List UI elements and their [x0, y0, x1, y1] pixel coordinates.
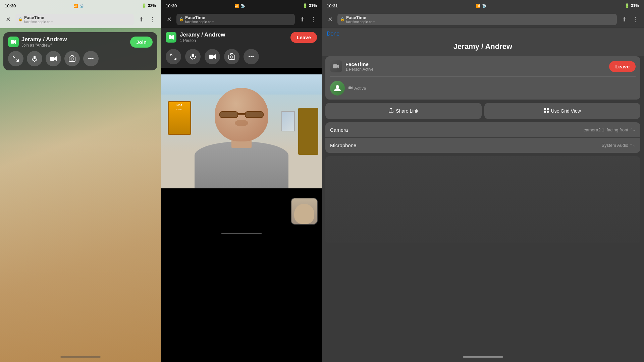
join-button[interactable]: Join — [130, 37, 153, 48]
arrows-btn-2[interactable] — [166, 49, 181, 64]
pip-video — [291, 198, 318, 225]
svg-marker-16 — [213, 54, 216, 59]
lock-icon-3: 🔒 — [340, 17, 345, 21]
leave-button-2[interactable]: Leave — [290, 32, 317, 43]
facetime-icon-2 — [166, 32, 176, 43]
battery-pct-2: 31% — [309, 3, 317, 8]
share-link-button[interactable]: Share Link — [325, 103, 482, 119]
svg-marker-2 — [14, 40, 16, 44]
person-status: Active — [348, 86, 366, 91]
more-btn-2[interactable]: ⋮ — [309, 15, 318, 24]
microphone-chevron: ⌃⌄ — [630, 143, 636, 147]
status-icons-2: 📶 📡 — [234, 4, 245, 8]
share-btn-1[interactable]: ⬆ — [137, 15, 146, 24]
phone-screen-1: 10:30 📶 📡 🔋 32% ✕ 🔒 FaceTime facetime.ap… — [0, 0, 161, 362]
battery-icon-1: 🔋 — [142, 3, 147, 8]
done-bar: Done — [322, 28, 644, 40]
browser-close-2[interactable]: ✕ — [164, 15, 174, 24]
share-btn-2[interactable]: ⬆ — [298, 15, 307, 24]
done-button[interactable]: Done — [327, 31, 339, 37]
battery-1: 🔋 32% — [142, 3, 156, 8]
lock-icon-2: 🔒 — [179, 17, 184, 21]
facetime-bar-2: Jeramy / Andrew 1 Person Leave — [161, 28, 322, 46]
call-name-1: Jeramy / Andrew — [21, 36, 67, 43]
grid-view-button[interactable]: Use Grid View — [484, 103, 641, 119]
url-bar-2[interactable]: 🔒 FaceTime facetime.apple.com — [176, 14, 295, 25]
share-btn-3[interactable]: ⬆ — [620, 15, 629, 24]
controls-row-1: ••• — [8, 51, 153, 66]
more-btn-1[interactable]: ⋮ — [148, 15, 157, 24]
time-3: 10:31 — [327, 3, 338, 8]
mic-btn-1[interactable] — [27, 51, 42, 66]
svg-rect-6 — [50, 57, 54, 61]
svg-rect-27 — [547, 111, 549, 113]
svg-marker-10 — [169, 35, 171, 39]
url-domain-1: FaceTime — [24, 15, 53, 20]
more-options-btn-1[interactable]: ••• — [83, 51, 99, 66]
browser-close-3[interactable]: ✕ — [325, 15, 335, 24]
wifi-icon-3: 📶 — [476, 4, 481, 8]
signal-icon-2: 📡 — [240, 4, 245, 8]
active-status-text: Active — [354, 86, 366, 91]
svg-rect-26 — [544, 111, 546, 113]
camera-chevron: ⌃⌄ — [630, 128, 636, 132]
url-sub-2: facetime.apple.com — [185, 20, 214, 24]
home-indicator-2 — [161, 229, 322, 239]
signal-icon-1: 📡 — [79, 4, 84, 8]
phone-screen-2: 10:30 📶 📡 🔋 31% ✕ 🔒 FaceTime facetime.ap… — [161, 0, 322, 362]
controls-2: ••• — [161, 46, 322, 68]
camera-flip-btn-2[interactable] — [224, 49, 239, 64]
video-status-icon — [348, 86, 353, 90]
page-title-3: Jeramy / Andrew — [322, 40, 644, 56]
blurred-bg-area — [325, 156, 640, 243]
grid-view-label: Use Grid View — [551, 108, 581, 114]
main-video-area: NBA GAME — [161, 74, 322, 188]
video-btn-1[interactable] — [46, 51, 61, 66]
url-bar-1[interactable]: 🔒 FaceTime facetime.apple.com — [15, 14, 134, 25]
time-2: 10:30 — [166, 3, 177, 8]
camera-value-row: camera2 1, facing front ⌃⌄ — [584, 127, 636, 132]
status-bar-2: 10:30 📶 📡 🔋 31% — [161, 0, 322, 11]
svg-rect-25 — [547, 108, 549, 110]
battery-3: 🔋 31% — [625, 3, 639, 8]
svg-marker-11 — [171, 35, 174, 40]
join-as-1: Join as "Andrew" — [21, 43, 67, 48]
call-name-2: Jeramy / Andrew — [180, 32, 225, 38]
facetime-sub: 1 Person Active — [345, 67, 373, 72]
facetime-row: FaceTime 1 Person Active Leave — [325, 56, 640, 76]
microphone-setting-row[interactable]: Microphone System Audio ⌃⌄ — [325, 138, 640, 153]
svg-rect-12 — [192, 54, 194, 57]
status-icons-1: 📶 📡 — [73, 4, 84, 8]
battery-icon-2: 🔋 — [303, 3, 308, 8]
arrows-btn-1[interactable] — [8, 51, 23, 66]
action-buttons-row: Share Link Use Grid View — [325, 103, 640, 119]
home-indicator-3 — [322, 352, 644, 362]
status-bar-1: 10:30 📶 📡 🔋 32% — [0, 0, 161, 11]
network-icon-1: 📶 — [73, 4, 78, 8]
browser-close-1[interactable]: ✕ — [3, 15, 13, 24]
svg-rect-19 — [333, 64, 337, 68]
video-btn-2[interactable] — [205, 49, 220, 64]
camera-flip-btn-1[interactable] — [64, 51, 80, 66]
svg-marker-7 — [54, 56, 57, 61]
more-btn-3[interactable]: ⋮ — [631, 15, 640, 24]
svg-point-18 — [231, 56, 233, 58]
browser-chrome-3: ✕ 🔒 FaceTime facetime.apple.com ⬆ ⋮ — [322, 11, 644, 28]
person-avatar — [330, 81, 345, 96]
time-1: 10:30 — [5, 3, 16, 8]
svg-rect-3 — [34, 56, 36, 59]
camera-setting-row[interactable]: Camera camera2 1, facing front ⌃⌄ — [325, 122, 640, 137]
svg-rect-22 — [348, 86, 351, 89]
more-options-btn-2[interactable]: ••• — [244, 49, 259, 64]
person-count-2: 1 Person — [180, 38, 225, 43]
camera-value-text: camera2 1, facing front — [584, 127, 628, 132]
browser-chrome-1: ✕ 🔒 FaceTime facetime.apple.com ⬆ ⋮ — [0, 11, 161, 28]
leave-button-3[interactable]: Leave — [609, 61, 636, 72]
wifi-icon-2: 📶 — [234, 4, 239, 8]
url-bar-3[interactable]: 🔒 FaceTime facetime.apple.com — [337, 14, 617, 25]
camera-label: Camera — [330, 127, 348, 133]
svg-rect-15 — [209, 55, 213, 59]
mic-btn-2[interactable] — [185, 49, 201, 64]
svg-rect-24 — [544, 108, 546, 110]
facetime-icon-1 — [8, 37, 19, 47]
